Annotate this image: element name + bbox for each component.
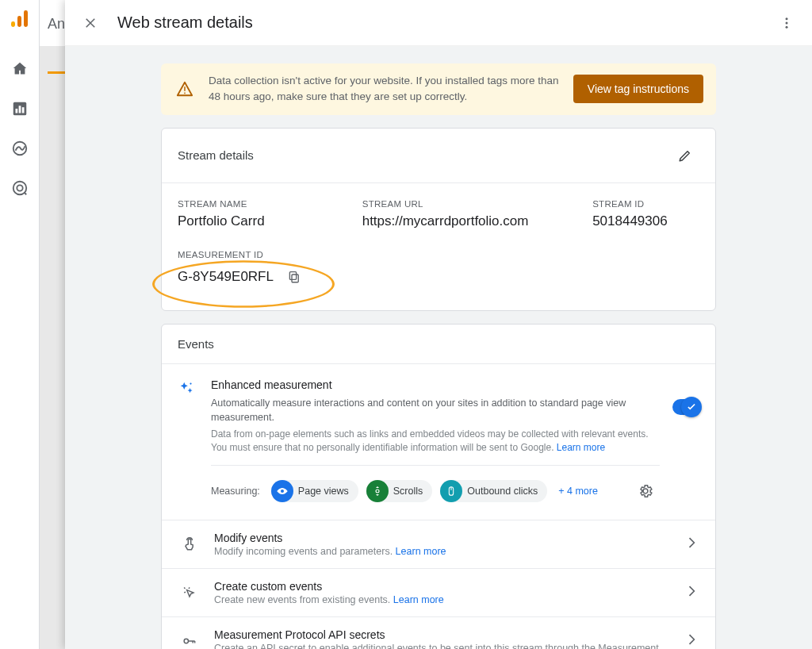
svg-rect-16 (289, 271, 296, 279)
analytics-logo-icon (11, 10, 29, 29)
stream-url-label: STREAM URL (362, 199, 561, 209)
svg-rect-15 (292, 275, 298, 282)
data-collection-alert: Data collection isn't active for your we… (161, 63, 716, 115)
svg-rect-2 (24, 10, 28, 27)
svg-rect-6 (21, 107, 24, 113)
chevron-right-icon (684, 583, 699, 602)
more-chips-link[interactable]: + 4 more (558, 486, 598, 497)
eye-icon (271, 480, 293, 502)
chip-scrolls: Scrolls (366, 480, 433, 502)
row-title: Create custom events (214, 580, 671, 593)
enhanced-measurement-note: Data from on-page elements such as links… (211, 428, 660, 455)
svg-rect-1 (17, 16, 21, 27)
svg-point-17 (190, 382, 191, 384)
enhanced-measurement-title: Enhanced measurement (211, 378, 660, 391)
row-measurement-protocol[interactable]: Measurement Protocol API secrets Create … (162, 616, 715, 649)
close-icon (83, 16, 98, 30)
nav-reports-icon[interactable] (11, 100, 29, 117)
row-desc: Create new events from existing events. … (214, 594, 671, 605)
check-icon (686, 401, 697, 413)
svg-point-11 (786, 21, 788, 24)
warning-icon (174, 80, 196, 98)
svg-rect-4 (15, 109, 17, 113)
alert-text: Data collection isn't active for your we… (209, 73, 561, 106)
svg-rect-14 (184, 93, 185, 94)
svg-rect-0 (11, 21, 15, 27)
svg-point-10 (786, 17, 788, 20)
row-desc: Modify incoming events and parameters. L… (214, 546, 671, 557)
learn-more-link[interactable]: Learn more (396, 546, 446, 557)
stream-name-value: Portfolio Carrd (178, 213, 331, 229)
events-title: Events (178, 337, 699, 351)
enhanced-measurement-desc: Automatically measure interactions and c… (211, 396, 660, 424)
row-title: Measurement Protocol API secrets (214, 628, 671, 641)
measurement-id-label: MEASUREMENT ID (178, 250, 699, 259)
stream-id-label: STREAM ID (592, 199, 699, 209)
enhanced-measurement-row: Enhanced measurement Automatically measu… (162, 364, 715, 520)
chevron-right-icon (684, 535, 699, 554)
copy-measurement-id-button[interactable] (282, 264, 307, 290)
stream-id-value: 5018449306 (592, 213, 699, 229)
details-panel: Web stream details Data collection isn't… (65, 0, 812, 649)
nav-explore-icon[interactable] (11, 140, 29, 157)
enhanced-settings-button[interactable] (631, 477, 660, 505)
copy-icon (287, 270, 301, 284)
left-nav-rail (0, 0, 40, 649)
key-icon (178, 633, 201, 649)
sparkle-icon (174, 378, 198, 505)
svg-rect-13 (184, 87, 185, 92)
background-brand-text: An (48, 16, 65, 33)
enhanced-measurement-toggle[interactable] (672, 399, 699, 415)
view-tag-instructions-button[interactable]: View tag instructions (573, 75, 703, 103)
chip-outbound-clicks: Outbound clicks (440, 480, 547, 502)
panel-more-button[interactable] (771, 7, 802, 39)
row-title: Modify events (214, 532, 671, 544)
stream-details-title: Stream details (178, 148, 254, 162)
edit-stream-button[interactable] (671, 141, 699, 170)
svg-point-21 (184, 639, 188, 643)
more-vert-icon (779, 16, 794, 30)
measuring-label: Measuring: (211, 486, 260, 497)
row-modify-events[interactable]: Modify events Modify incoming events and… (162, 520, 715, 568)
touch-icon (178, 536, 201, 552)
pencil-icon (678, 148, 692, 163)
cursor-sparkle-icon (178, 585, 201, 601)
events-card: Events Enhanced measurement Automaticall… (161, 324, 716, 650)
enhanced-learn-more-link[interactable]: Learn more (557, 442, 605, 453)
panel-title: Web stream details (117, 13, 253, 32)
row-desc: Create an API secret to enable additiona… (214, 643, 671, 649)
svg-point-18 (376, 490, 379, 493)
svg-point-12 (786, 25, 788, 28)
learn-more-link[interactable]: Learn more (393, 594, 444, 605)
chip-page-views: Page views (271, 480, 358, 502)
svg-rect-5 (18, 106, 21, 113)
nav-advertising-icon[interactable] (11, 179, 29, 197)
gear-icon (638, 483, 653, 499)
mouse-icon (440, 480, 462, 502)
chip-label: Scrolls (393, 486, 423, 497)
chip-label: Page views (298, 486, 349, 497)
nav-home-icon[interactable] (11, 60, 29, 78)
measurement-id-value: G-8Y549E0RFL (178, 269, 274, 285)
row-create-custom-events[interactable]: Create custom events Create new events f… (162, 568, 715, 616)
chip-label: Outbound clicks (467, 486, 538, 497)
close-panel-button[interactable] (75, 7, 106, 39)
svg-point-9 (17, 185, 22, 190)
stream-name-label: STREAM NAME (178, 199, 331, 209)
chevron-right-icon (684, 632, 699, 649)
stream-details-card: Stream details STREAM NAME Portfolio Car… (161, 128, 716, 311)
stream-url-value: https://mycarrdportfolio.com (362, 213, 561, 229)
scroll-icon (366, 480, 389, 502)
